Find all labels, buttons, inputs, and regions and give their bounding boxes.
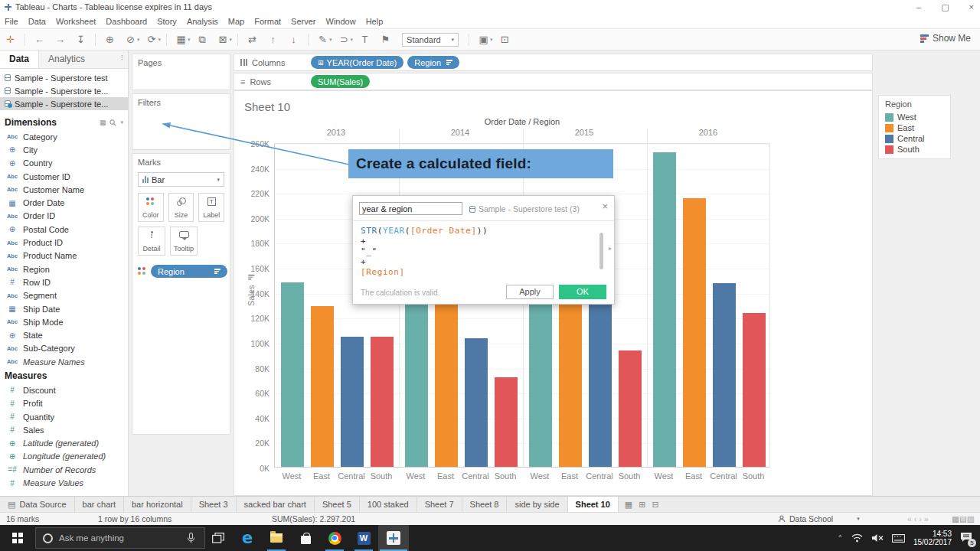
volume-muted-icon[interactable] (871, 533, 884, 543)
dimension-field[interactable]: AbcCategory (0, 130, 128, 143)
new-story-icon[interactable]: ⊟ (652, 500, 658, 510)
show-mark-labels-icon[interactable]: T (360, 34, 370, 45)
sheet-tab-100-staked[interactable]: 100 staked (360, 497, 417, 512)
dimension-field[interactable]: ⊕City (0, 143, 128, 156)
bar-2013-south[interactable] (371, 337, 394, 467)
group-members-caret-icon[interactable]: ▾ (351, 37, 354, 43)
fix-axes-icon[interactable]: ⚑ (381, 34, 390, 45)
duplicate-sheet-icon[interactable]: ⧉ (198, 34, 207, 46)
columns-shelf[interactable]: Columns ⊞YEAR(Order Date)Region (234, 54, 873, 71)
pages-shelf[interactable]: Pages (132, 54, 230, 90)
apply-button[interactable]: Apply (506, 285, 554, 299)
sheet-tab-sheet-8[interactable]: Sheet 8 (462, 497, 508, 512)
bar-2016-west[interactable] (653, 152, 676, 467)
clear-sheet-icon[interactable]: ⊠ (218, 34, 228, 45)
microphone-icon[interactable] (187, 533, 195, 544)
close-button[interactable]: × (969, 2, 974, 11)
tray-expand-icon[interactable]: ⌃ (837, 534, 843, 542)
bar-2013-east[interactable] (311, 306, 334, 467)
measure-field[interactable]: ⊕Latitude (generated) (0, 437, 128, 450)
ok-button[interactable]: OK (559, 285, 606, 299)
pause-updates-icon[interactable]: ⊘ (126, 34, 136, 45)
label-button[interactable]: T Label (198, 193, 224, 222)
measure-field[interactable]: #Quantity (0, 410, 128, 423)
maximize-button[interactable]: ▢ (941, 2, 949, 12)
pause-updates-caret-icon[interactable]: ▾ (137, 37, 140, 43)
redo-icon[interactable]: → (55, 34, 65, 45)
minimize-button[interactable]: – (916, 2, 921, 11)
dimension-field[interactable]: AbcProduct Name (0, 249, 128, 262)
bar-2013-central[interactable] (341, 337, 364, 467)
calc-formula-editor[interactable]: STR(YEAR([Order Date]))+"_"+[Region] (361, 226, 488, 278)
menu-item-window[interactable]: Window (326, 17, 356, 26)
dimension-field[interactable]: AbcSegment (0, 289, 128, 302)
new-dashboard-icon[interactable]: ⊞ (639, 500, 645, 510)
sort-descending-icon[interactable]: ↓ (289, 34, 299, 45)
dimension-field[interactable]: #Row ID (0, 276, 128, 289)
bar-2015-south[interactable] (619, 350, 642, 467)
sheet-tab-sheet-3[interactable]: Sheet 3 (191, 497, 237, 512)
data-source-item[interactable]: Sample - Superstore te... (0, 84, 128, 97)
sheet-tab-sheet-5[interactable]: Sheet 5 (315, 497, 360, 512)
dimension-field[interactable]: AbcSub-Category (0, 342, 128, 355)
dimension-field[interactable]: AbcShip Mode (0, 315, 128, 328)
calc-close-icon[interactable]: × (602, 201, 608, 212)
find-field-icon[interactable] (109, 119, 116, 126)
bar-2016-central[interactable] (713, 283, 736, 467)
bar-2016-south[interactable] (743, 313, 766, 467)
tooltip-button[interactable]: Tooltip (170, 227, 198, 256)
chrome-button[interactable] (320, 525, 349, 551)
menu-item-dashboard[interactable]: Dashboard (106, 17, 147, 26)
pane-more-icon[interactable]: ⁝ (116, 51, 128, 68)
bar-2015-central[interactable] (589, 285, 612, 467)
measure-field[interactable]: =#Number of Records (0, 463, 128, 476)
task-view-button[interactable] (204, 525, 233, 551)
cortana-search-box[interactable]: Ask me anything (35, 527, 205, 549)
legend-item-central[interactable]: Central (885, 133, 950, 144)
bar-2014-south[interactable] (495, 377, 518, 467)
clear-sheet-caret-icon[interactable]: ▾ (230, 37, 233, 43)
taskbar-clock[interactable]: 14:53 15/02/2017 (913, 530, 952, 547)
wifi-icon[interactable] (851, 533, 863, 543)
dimensions-menu-caret-icon[interactable]: ▾ (120, 119, 123, 126)
pill-sum-sales-[interactable]: SUM(Sales) (311, 75, 370, 88)
menu-item-map[interactable]: Map (228, 17, 244, 26)
filters-shelf[interactable]: Filters (132, 93, 230, 150)
sheet-tab-bar-horizontal[interactable]: bar horizontal (124, 497, 191, 512)
start-button[interactable] (0, 525, 35, 551)
measure-field[interactable]: #Measure Values (0, 476, 128, 489)
legend-item-east[interactable]: East (885, 122, 950, 133)
show-hide-cards-caret-icon[interactable]: ▾ (490, 37, 493, 43)
bar-2016-east[interactable] (683, 198, 706, 467)
sheet-tab-bar-chart[interactable]: bar chart (75, 497, 124, 512)
chart-plot-area[interactable] (274, 143, 770, 468)
sheet-tab-data-source[interactable]: ▤Data Source (0, 497, 75, 512)
color-legend-card[interactable]: Region WestEastCentralSouth (878, 95, 951, 159)
rows-shelf[interactable]: ≡ Rows SUM(Sales) (234, 73, 873, 90)
view-as-icon[interactable]: ▦ (100, 119, 106, 126)
marks-region-pill[interactable]: Region (151, 265, 227, 278)
dimension-field[interactable]: AbcCustomer Name (0, 183, 128, 196)
touch-keyboard-icon[interactable] (892, 534, 905, 543)
bar-2014-west[interactable] (405, 292, 428, 467)
data-source-item[interactable]: Sample - Superstore te... (0, 97, 128, 110)
size-button[interactable]: Size (168, 193, 194, 222)
menu-item-analysis[interactable]: Analysis (187, 17, 218, 26)
dimension-field[interactable]: ⊕State (0, 328, 128, 341)
store-button[interactable] (291, 525, 320, 551)
bar-2013-west[interactable] (281, 282, 304, 467)
calc-expand-icon[interactable]: ▸ (609, 245, 612, 252)
pill-year-order-date-[interactable]: ⊞YEAR(Order Date) (311, 56, 403, 69)
server-user-menu[interactable]: Data School ▾ (778, 514, 860, 523)
undo-icon[interactable]: ← (34, 34, 44, 45)
new-worksheet-icon[interactable]: ▦ (176, 34, 186, 45)
sheet-tab-sheet-10[interactable]: Sheet 10 (568, 497, 619, 512)
dimension-field[interactable]: AbcProduct ID (0, 236, 128, 249)
dimension-field[interactable]: AbcRegion (0, 262, 128, 276)
presentation-mode-icon[interactable]: ⊡ (500, 34, 510, 45)
menu-item-story[interactable]: Story (157, 17, 177, 26)
calc-scrollbar[interactable] (599, 233, 603, 269)
menu-item-help[interactable]: Help (366, 17, 384, 26)
edge-button[interactable]: e (233, 525, 262, 551)
pill-region[interactable]: Region (407, 56, 459, 69)
